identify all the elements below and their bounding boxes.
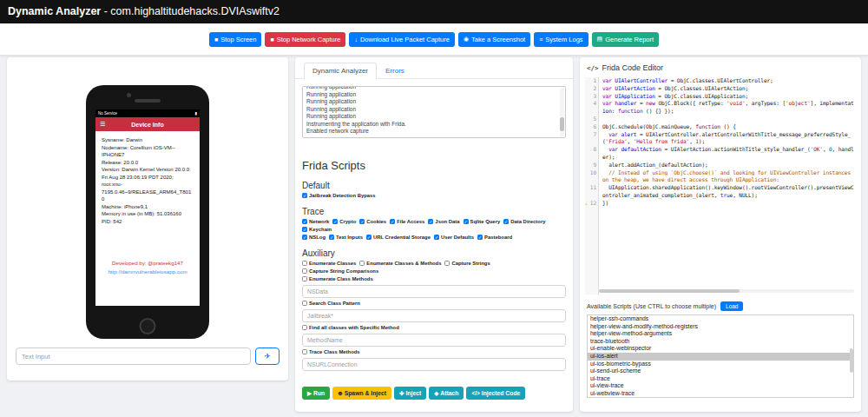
run-button[interactable]: ▶Run: [302, 387, 330, 400]
device-info-text: Sysname: DarwinNodename: Corellium iOS-V…: [95, 131, 200, 225]
tab-dynamic-analyzer[interactable]: Dynamic Analyzer: [304, 63, 377, 79]
checkbox-pasteboard[interactable]: ✓Pasteboard: [477, 235, 512, 240]
generate-report-button[interactable]: ▤Generate Report: [592, 32, 660, 47]
checkbox-data-directory[interactable]: ✓Data Directory: [503, 219, 545, 224]
checkbox-jailbreak-detection-bypass[interactable]: ✓Jailbreak Detection Bypass: [302, 193, 376, 198]
system-logs-button[interactable]: ≡System Logs: [534, 32, 588, 47]
checkbox-enumerate-class-methods[interactable]: Enumerate Class Methods: [302, 276, 373, 281]
checkbox-label: Keychain: [309, 227, 332, 232]
input-methodname[interactable]: [302, 334, 566, 347]
app-website-link[interactable]: http://damnvulnerableiosapp.com: [95, 268, 200, 275]
checkbox-search-class-pattern[interactable]: Search Class Pattern: [302, 301, 360, 306]
script-item-helper-ssh-commands[interactable]: helper-ssh-commands: [588, 315, 853, 323]
log-line: Running application: [306, 106, 562, 114]
checkbox-row: ✓Network✓Crypto✓Cookies✓File Access✓Json…: [302, 219, 566, 232]
stop-screen-button[interactable]: ■Stop Screen: [209, 32, 262, 47]
script-item-helper-view-and-modify-method-registers[interactable]: helper-view-and-modify-method-registers: [588, 323, 853, 331]
checkbox-box: ✓: [302, 227, 307, 232]
checkbox-label: User Defaults: [441, 235, 474, 240]
inject-button[interactable]: ✚Inject: [394, 387, 426, 400]
script-item-ui-webview-trace[interactable]: ui-webview-trace: [588, 390, 853, 398]
stop-icon: ■: [270, 36, 273, 43]
script-item-ui-send-url-scheme[interactable]: ui-send-url-scheme: [588, 367, 853, 375]
injected-code-button[interactable]: </>Injected Code: [466, 387, 525, 400]
checkbox-box: ✓: [428, 219, 433, 224]
scripts-list-scrollbar-thumb[interactable]: [850, 348, 853, 373]
input-nsurlconnection[interactable]: [302, 358, 566, 371]
checkbox-box: ✓: [302, 193, 307, 198]
checkbox-user-defaults[interactable]: ✓User Defaults: [434, 235, 474, 240]
log-scrollbar[interactable]: [560, 88, 564, 136]
tab-errors[interactable]: Errors: [377, 63, 413, 79]
inject-icon: ✚: [399, 390, 404, 397]
checkbox-label: Crypto: [339, 219, 356, 224]
line-number: 1: [585, 77, 599, 85]
checkbox-enumerate-classes[interactable]: Enumerate Classes: [302, 261, 356, 266]
line-number: 10: [585, 169, 599, 185]
line-number: 2: [585, 85, 599, 93]
checkbox-capture-string-comparisons[interactable]: Capture String Comparisons: [302, 268, 378, 274]
checkbox-box: ✓: [366, 235, 372, 240]
input-nsdata[interactable]: [302, 285, 566, 298]
script-item-ui-ios-biometric-bypass[interactable]: ui-ios-biometric-bypass: [588, 361, 853, 368]
speaker-slot-icon: [135, 99, 161, 103]
device-panel: No Service ▮ ☰ Device Info Sysname: Darw…: [7, 57, 288, 381]
script-item-trace-bluetooth[interactable]: trace-bluetooth: [588, 338, 853, 346]
checkbox-json-data[interactable]: ✓Json Data: [428, 219, 459, 224]
checkbox-label: NSLog: [309, 235, 326, 240]
log-scrollbar-thumb[interactable]: [560, 117, 564, 131]
checkbox-keychain[interactable]: ✓Keychain: [302, 227, 332, 232]
group-title-trace: Trace: [302, 207, 566, 216]
log-line: Running application: [306, 98, 562, 106]
script-item-ui-trace[interactable]: ui-trace: [588, 375, 853, 383]
download-live-packet-capture-button[interactable]: ↓Download Live Packet Capture: [349, 32, 454, 47]
checkbox-row: ✓Jailbreak Detection Bypass: [302, 193, 566, 198]
checkbox-trace-class-methods[interactable]: Trace Class Methods: [302, 349, 360, 354]
script-item-ui-ios-alert[interactable]: ui-ios-alert: [588, 353, 853, 361]
device-screen[interactable]: No Service ▮ ☰ Device Info Sysname: Darw…: [95, 109, 200, 306]
checkbox-cookies[interactable]: ✓Cookies: [359, 219, 386, 224]
spawn-inject-button[interactable]: ⊕Spawn & Inject: [332, 387, 391, 400]
text-input[interactable]: [16, 348, 251, 365]
script-item-ui-view-trace[interactable]: ui-view-trace: [588, 382, 853, 390]
home-button[interactable]: [140, 318, 156, 334]
checkbox-url-credential-storage[interactable]: ✓URL Credential Storage: [366, 235, 431, 240]
stop-network-capture-button[interactable]: ■Stop Network Capture: [265, 32, 345, 47]
checkbox-file-access[interactable]: ✓File Access: [390, 219, 424, 224]
device-info-line: PID: 542: [102, 218, 194, 226]
checkbox-box: ✓: [302, 235, 307, 240]
log-line: Instrumenting the application with Frida…: [306, 121, 562, 129]
checkbox-crypto[interactable]: ✓Crypto: [332, 219, 356, 224]
frida-code-editor[interactable]: 1var UIAlertController = ObjC.classes.UI…: [585, 77, 856, 295]
camera-dot-icon: [127, 93, 131, 97]
checkbox-box: ✓: [329, 235, 334, 240]
checkbox-label: Enumerate Classes: [309, 261, 356, 266]
script-item-helper-view-method-arguments[interactable]: helper-view-method-arguments: [588, 330, 853, 338]
button-label: Run: [313, 390, 325, 396]
line-number: 8: [585, 146, 599, 162]
editor-hscrollbar-thumb[interactable]: [599, 289, 740, 293]
checkbox-box: [302, 268, 307, 274]
checkbox-capture-strings[interactable]: Capture Strings: [444, 261, 490, 266]
log-line: Enabled network capture: [306, 128, 562, 136]
checkbox-row: Trace Class Methods: [302, 349, 566, 354]
editor-hscrollbar[interactable]: [599, 289, 854, 293]
checkbox-label: Enumerate Class Methods: [309, 276, 373, 281]
download-icon: ↓: [354, 36, 358, 43]
button-label: Spawn & Inject: [345, 390, 386, 396]
code-text: var UIApplication = ObjC.classes.UIAppli…: [599, 93, 856, 101]
checkbox-sqlite-query[interactable]: ✓Sqlite Query: [464, 219, 501, 224]
attach-button[interactable]: ◈Attach: [429, 387, 464, 400]
load-button[interactable]: Load: [720, 301, 743, 311]
activity-log[interactable]: Running applicationRunning applicationRu…: [302, 86, 566, 138]
checkbox-network[interactable]: ✓Network: [302, 219, 329, 224]
checkbox-enumerate-classes-methods[interactable]: Enumerate Classes & Methods: [359, 261, 441, 266]
checkbox-find-all-classes-with-specific-method[interactable]: Find all classes with Specific Method: [302, 325, 399, 330]
take-a-screenshot-button[interactable]: ◉Take a Screenshot: [458, 32, 530, 47]
script-item-ui-enable-webinspector[interactable]: ui-enable-webinspector: [588, 345, 853, 353]
send-button[interactable]: ✈: [255, 348, 279, 365]
input-jailbreak[interactable]: [302, 309, 566, 322]
checkbox-label: Text Inputs: [336, 235, 363, 240]
checkbox-nslog[interactable]: ✓NSLog: [302, 235, 326, 240]
checkbox-text-inputs[interactable]: ✓Text Inputs: [329, 235, 363, 240]
